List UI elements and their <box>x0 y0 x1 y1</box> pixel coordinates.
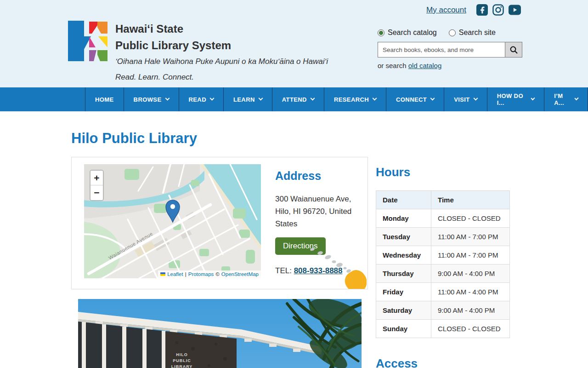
nav-item-learn[interactable]: LEARN <box>224 87 272 111</box>
nav-item-connect[interactable]: CONNECT <box>386 87 444 111</box>
attr-copyright: © <box>215 271 219 277</box>
radio-search-site-label: Search site <box>459 29 496 37</box>
nav-item-im-a[interactable]: I’M A... <box>544 87 588 111</box>
nav-item-research[interactable]: RESEARCH <box>324 87 386 111</box>
chevron-down-icon <box>531 96 535 100</box>
nav-label: HOME <box>95 96 114 103</box>
zoom-out-button[interactable]: − <box>90 185 103 200</box>
nav-label: RESEARCH <box>334 96 369 103</box>
left-column: Waianuenue Avenue + − Leaflet <box>71 157 368 368</box>
right-column: Hours Date Time MondayCLOSED - CLOSED Tu… <box>376 157 510 368</box>
day-cell: Friday <box>376 283 431 301</box>
my-account-link[interactable]: My account <box>426 6 466 15</box>
utility-bar: My account <box>426 4 521 16</box>
address-heading: Address <box>275 169 360 183</box>
map-tiles: Waianuenue Avenue <box>84 164 261 278</box>
old-catalog-link[interactable]: old catalog <box>408 62 442 69</box>
radio-search-catalog[interactable]: Search catalog <box>378 29 437 37</box>
table-row: Saturday9:00 AM - 4:00 PM <box>376 301 510 320</box>
old-catalog-line: or search old catalog <box>378 62 523 69</box>
instagram-icon[interactable] <box>492 4 504 16</box>
nav-item-home[interactable]: HOME <box>85 87 124 111</box>
site-subtitle-hawaiian: ʻOihana Hale Waihona Puke Aupuni o ka Mo… <box>115 57 328 66</box>
table-row: Friday11:00 AM - 4:00 PM <box>376 283 510 301</box>
search-button[interactable] <box>505 42 522 58</box>
radio-selected-icon[interactable] <box>378 29 384 36</box>
tel-line: TEL: 808-933-8888 <box>275 266 360 276</box>
main-content: Hilo Public Library <box>0 130 588 368</box>
nav-item-how-do-i[interactable]: HOW DO I... <box>487 87 545 111</box>
chevron-down-icon <box>473 96 478 100</box>
search-input[interactable] <box>378 42 505 58</box>
time-cell: CLOSED - CLOSED <box>431 209 510 228</box>
nav-label: READ <box>189 96 206 103</box>
search-type-radios: Search catalog Search site <box>378 29 523 37</box>
page-title: Hilo Public Library <box>71 130 588 147</box>
day-cell: Sunday <box>376 320 431 338</box>
day-cell: Thursday <box>376 264 431 283</box>
table-row: MondayCLOSED - CLOSED <box>376 209 510 228</box>
time-cell: 11:00 AM - 7:00 PM <box>431 228 510 246</box>
social-links <box>476 4 521 16</box>
phone-link[interactable]: 808-933-8888 <box>294 266 343 275</box>
old-catalog-prefix: or search <box>378 62 407 69</box>
nav-label: BROWSE <box>134 96 162 103</box>
chevron-down-icon <box>210 96 215 100</box>
zoom-in-button[interactable]: + <box>90 171 103 185</box>
nav-item-visit[interactable]: VISIT <box>444 87 487 111</box>
library-photo: HILO PUBLIC LIBRARY <box>78 299 362 368</box>
map-attribution: Leaflet | Protomaps © OpenStreetMap <box>158 270 261 278</box>
location-card: Waianuenue Avenue + − Leaflet <box>71 157 368 289</box>
col-header-time: Time <box>431 191 510 209</box>
day-cell: Wednesday <box>376 246 431 264</box>
day-cell: Tuesday <box>376 228 431 246</box>
magnifier-icon <box>509 46 518 54</box>
building-sign-line2: PUBLIC <box>173 358 191 363</box>
time-cell: 9:00 AM - 4:00 PM <box>431 301 510 320</box>
chevron-down-icon <box>430 96 435 100</box>
time-cell: CLOSED - CLOSED <box>431 320 510 338</box>
time-cell: 9:00 AM - 4:00 PM <box>431 264 510 283</box>
nav-item-browse[interactable]: BROWSE <box>124 87 179 111</box>
protomaps-link[interactable]: Protomaps <box>188 271 214 277</box>
tel-prefix: TEL: <box>275 266 294 275</box>
nav-label: CONNECT <box>396 96 427 103</box>
facebook-icon[interactable] <box>476 4 488 16</box>
site-title-line1: Hawaiʻi State <box>115 21 328 37</box>
radio-search-catalog-label: Search catalog <box>388 29 437 37</box>
col-header-date: Date <box>376 191 431 209</box>
time-cell: 11:00 AM - 7:00 PM <box>431 246 510 264</box>
branding[interactable]: Hawaiʻi State Public Library System ʻOih… <box>68 21 328 82</box>
chevron-down-icon <box>165 96 170 100</box>
chevron-down-icon <box>574 96 578 100</box>
table-row: Thursday9:00 AM - 4:00 PM <box>376 264 510 283</box>
directions-button[interactable]: Directions <box>275 237 326 255</box>
day-cell: Monday <box>376 209 431 228</box>
attr-separator: | <box>185 271 187 277</box>
nav-label: ATTEND <box>282 96 307 103</box>
youtube-icon[interactable] <box>509 4 521 16</box>
table-header-row: Date Time <box>376 191 510 209</box>
nav-label: VISIT <box>454 96 470 103</box>
ukraine-flag-icon <box>160 272 165 276</box>
site-header: My account Hawaiʻi State Public <box>0 0 588 87</box>
map[interactable]: Waianuenue Avenue + − Leaflet <box>84 164 261 278</box>
nav-label: HOW DO I... <box>497 92 527 106</box>
address-block: Address 300 Waianuenue Ave, Hilo, HI 967… <box>275 169 360 276</box>
table-row: Wednesday11:00 AM - 7:00 PM <box>376 246 510 264</box>
nav-item-read[interactable]: READ <box>179 87 224 111</box>
building-sign-line3: LIBRARY <box>171 364 193 368</box>
radio-search-site[interactable]: Search site <box>449 29 496 37</box>
openstreetmap-link[interactable]: OpenStreetMap <box>221 271 259 277</box>
radio-unselected-icon[interactable] <box>449 29 456 36</box>
library-logo-icon <box>68 21 109 61</box>
leaflet-link[interactable]: Leaflet <box>167 271 183 277</box>
chevron-down-icon <box>373 96 377 100</box>
access-heading: Access <box>376 356 510 368</box>
chevron-down-icon <box>310 96 315 100</box>
table-row: SundayCLOSED - CLOSED <box>376 320 510 338</box>
nav-item-attend[interactable]: ATTEND <box>272 87 324 111</box>
search-area: Search catalog Search site or search old… <box>378 29 523 69</box>
day-cell: Saturday <box>376 301 431 320</box>
site-title-line2: Public Library System <box>115 37 328 54</box>
